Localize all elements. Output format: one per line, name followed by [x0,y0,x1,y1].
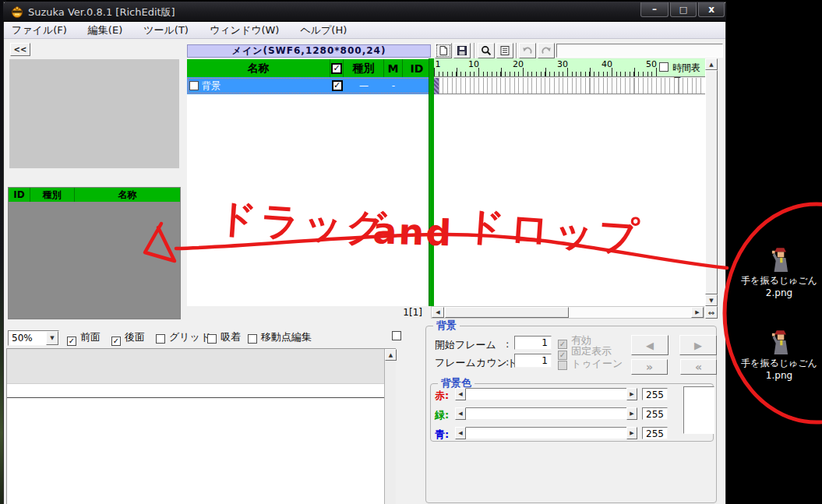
collapse-panel-button[interactable]: << [10,43,30,56]
list-view-button[interactable] [496,43,513,58]
time-display-checkbox[interactable] [659,62,669,72]
blue-value[interactable]: 255 [642,427,668,439]
back-checkbox[interactable]: ✓ [111,337,121,346]
layer-m-value: - [384,80,403,91]
parts-list-body[interactable] [9,202,180,319]
panel-resize-button[interactable]: ⇔ [705,306,718,319]
timeline-body[interactable] [434,95,705,306]
maximize-button[interactable]: □ [670,2,697,17]
red-slider-left-icon[interactable]: ◀ [455,388,466,400]
desktop-icon-2-label-line2[interactable]: 2.png [729,287,822,299]
undo-button[interactable] [519,43,536,58]
layer-visibility-checkbox[interactable]: ✓ [332,80,343,91]
jump-forward-button[interactable]: » [631,359,668,375]
frame-grid-row[interactable] [434,78,705,94]
redo-icon [541,45,552,56]
blue-slider-right-icon[interactable]: ▶ [626,427,637,439]
timeline-scroll-right-icon[interactable]: ▶ [691,307,704,318]
green-slider[interactable]: ◀ ▶ [455,407,637,420]
layer-row-selected[interactable]: 背景 ✓ — - [187,77,431,94]
red-value[interactable]: 255 [642,388,668,400]
frame-1-keyframe[interactable] [434,78,439,94]
zoom-select[interactable]: 50% ▼ [8,330,59,346]
tween-checkbox[interactable] [558,361,567,370]
lone-checkbox[interactable] [392,331,401,340]
parts-list-header: ID 種別 名称 [9,188,180,202]
zoom-tool-button[interactable] [478,43,495,58]
jump-back-button[interactable]: « [680,359,717,375]
zoom-select-arrow-icon[interactable]: ▼ [46,331,58,345]
background-color-group-title: 背景色 [438,378,475,389]
red-slider[interactable]: ◀ ▶ [455,388,637,400]
blue-slider-track[interactable] [466,427,626,439]
flag-tween[interactable]: トゥイーン [558,358,623,373]
timeline-vscroll-thumb[interactable] [705,70,718,294]
stage-boundary-line [7,397,396,398]
enabled-label: 有効 [571,334,591,346]
menu-tools[interactable]: ツール(T) [143,23,189,37]
layer-panel-title[interactable]: メイン(SWF6,1280*800,24) [187,44,431,58]
splitter-playhead[interactable] [429,58,434,306]
canvas-scroll-up-icon[interactable]: ▲ [385,349,397,361]
timeline-vscrollbar[interactable]: ▲ ▼ [705,58,718,306]
front-checkbox[interactable]: ✓ [67,337,76,346]
timeline-hscrollbar[interactable]: ◀ ▶ [431,306,704,319]
option-move-point[interactable]: 移動点編集 [248,332,312,347]
desktop: Suzuka Ver.0.8.1 [RichEdit版] – □ x ファイル(… [0,0,822,504]
green-slider-left-icon[interactable]: ◀ [455,407,466,420]
desktop-icon-2[interactable] [767,246,793,273]
desktop-icon-1-label-line1[interactable]: 手を振るじゅごん [729,357,822,369]
timeline-scroll-down-icon[interactable]: ▼ [705,294,718,306]
frame-count-input[interactable]: 1 [514,354,552,368]
menu-window[interactable]: ウィンドウ(W) [210,23,280,37]
layer-table-header: 名称 ✓ 種別 M ID [187,59,431,77]
blue-slider-left-icon[interactable]: ◀ [455,427,466,439]
next-frame-button[interactable]: ▶ [679,335,717,355]
green-slider-right-icon[interactable]: ▶ [626,407,637,420]
layer-col-id: ID [403,59,431,77]
timeline-hscroll-thumb[interactable] [445,307,569,318]
list-icon [499,45,510,56]
snap-checkbox[interactable] [207,334,217,344]
grid-checkbox[interactable] [156,334,165,344]
layer-select-checkbox[interactable] [189,81,199,90]
prev-frame-button[interactable]: ◀ [631,335,669,355]
menu-edit[interactable]: 編集(E) [88,23,122,37]
close-button[interactable]: x [698,2,725,17]
visibility-all-checkbox[interactable]: ✓ [331,63,342,74]
red-slider-right-icon[interactable]: ▶ [626,388,637,400]
save-button[interactable] [453,43,471,58]
canvas-panel[interactable]: ▲ [6,348,396,504]
minimize-button[interactable]: – [640,2,669,17]
start-frame-input[interactable]: 1 [514,336,552,350]
canvas-vscrollbar[interactable]: ▲ [384,349,396,504]
desktop-icon-1[interactable] [767,329,793,355]
desktop-icon-2-label-line1[interactable]: 手を振るじゅごん [729,274,822,287]
green-slider-track[interactable] [466,407,626,420]
parts-list-panel[interactable]: ID 種別 名称 [8,187,181,319]
timeline-ruler[interactable]: 1 10 20 30 40 50 時間表示 [434,58,705,77]
blue-slider[interactable]: ◀ ▶ [455,427,637,439]
new-document-button[interactable] [435,43,452,58]
parts-col-id: ID [9,188,30,202]
toolbar-separator [516,43,517,58]
menu-help[interactable]: ヘルプ(H) [300,23,347,37]
layer-type-value: — [344,80,384,91]
option-back[interactable]: ✓後面 [111,332,145,347]
option-snap[interactable]: 吸着 [207,332,241,347]
layer-table-body[interactable] [187,94,431,306]
redo-button[interactable] [538,43,555,58]
red-slider-track[interactable] [466,388,626,400]
menu-file[interactable]: ファイル(F) [12,23,67,37]
option-front[interactable]: ✓前面 [67,332,101,347]
move-point-checkbox[interactable] [248,334,257,344]
timeline-scroll-left-icon[interactable]: ◀ [432,307,444,318]
option-grid[interactable]: グリッド [156,332,210,347]
green-value[interactable]: 255 [642,407,668,420]
toolbar-text-field[interactable] [556,44,723,58]
timeline-scroll-up-icon[interactable]: ▲ [705,58,718,70]
desktop-icon-1-label-line2[interactable]: 1.png [729,369,822,382]
preview-panel [9,59,179,168]
new-document-icon [438,45,449,56]
layer-col-visibility[interactable]: ✓ [330,59,344,77]
